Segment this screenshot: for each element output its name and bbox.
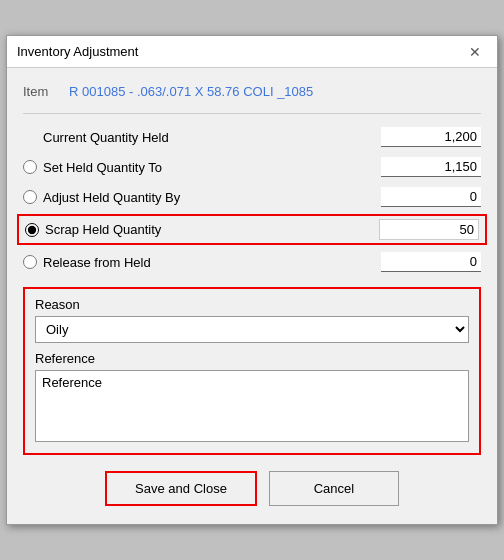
current-quantity-input[interactable] xyxy=(381,127,481,147)
release-from-held-row: Release from Held xyxy=(23,247,481,277)
set-held-quantity-input[interactable] xyxy=(381,157,481,177)
reference-label: Reference xyxy=(35,351,469,366)
item-value: R 001085 - .063/.071 X 58.76 COLI _1085 xyxy=(69,84,313,99)
reason-reference-section: Reason OilyDamagedExpiredOther Reference xyxy=(23,287,481,455)
reason-label: Reason xyxy=(35,297,469,312)
scrap-held-quantity-input[interactable] xyxy=(379,219,479,240)
scrap-held-quantity-row: Scrap Held Quantity xyxy=(17,214,487,245)
window-body: Item R 001085 - .063/.071 X 58.76 COLI _… xyxy=(7,68,497,524)
reason-select[interactable]: OilyDamagedExpiredOther xyxy=(35,316,469,343)
title-bar: Inventory Adjustment ✕ xyxy=(7,36,497,68)
scrap-held-quantity-label: Scrap Held Quantity xyxy=(25,222,161,237)
button-row: Save and Close Cancel xyxy=(23,471,481,510)
close-button[interactable]: ✕ xyxy=(463,43,487,61)
set-held-quantity-radio[interactable] xyxy=(23,160,37,174)
release-from-held-label: Release from Held xyxy=(23,255,151,270)
current-quantity-row: Current Quantity Held xyxy=(23,122,481,152)
item-label: Item xyxy=(23,84,61,99)
window-title: Inventory Adjustment xyxy=(17,44,138,59)
inventory-adjustment-window: Inventory Adjustment ✕ Item R 001085 - .… xyxy=(6,35,498,525)
set-held-quantity-row: Set Held Quantity To xyxy=(23,152,481,182)
adjust-held-quantity-radio[interactable] xyxy=(23,190,37,204)
release-from-held-radio[interactable] xyxy=(23,255,37,269)
item-row: Item R 001085 - .063/.071 X 58.76 COLI _… xyxy=(23,78,481,109)
divider xyxy=(23,113,481,114)
adjust-held-quantity-input[interactable] xyxy=(381,187,481,207)
current-quantity-label: Current Quantity Held xyxy=(23,130,169,145)
cancel-button[interactable]: Cancel xyxy=(269,471,399,506)
adjust-held-quantity-row: Adjust Held Quantity By xyxy=(23,182,481,212)
adjust-held-quantity-label: Adjust Held Quantity By xyxy=(23,190,180,205)
set-held-quantity-label: Set Held Quantity To xyxy=(23,160,162,175)
release-from-held-input[interactable] xyxy=(381,252,481,272)
scrap-held-quantity-radio[interactable] xyxy=(25,223,39,237)
save-close-button[interactable]: Save and Close xyxy=(105,471,257,506)
reference-textarea[interactable] xyxy=(35,370,469,442)
fields-section: Current Quantity Held Set Held Quantity … xyxy=(23,122,481,277)
